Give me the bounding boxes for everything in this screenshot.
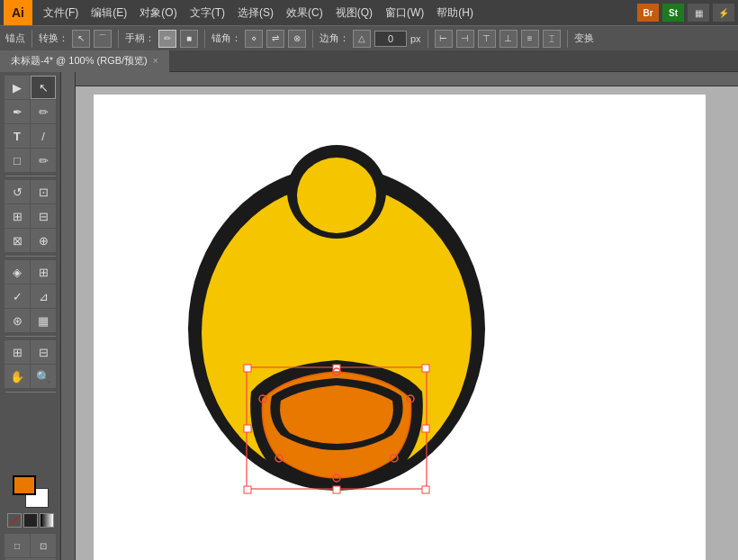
paint-bucket-tool[interactable]: ⊿ bbox=[31, 285, 56, 308]
color-section bbox=[2, 470, 59, 533]
tab-title: 未标题-4* @ 100% (RGB/预览) bbox=[11, 54, 148, 68]
anchor-label: 锚点 bbox=[5, 32, 25, 45]
artboard-tool[interactable]: ⊞ bbox=[4, 340, 30, 364]
slice-tool[interactable]: ⊟ bbox=[31, 340, 56, 364]
line-tool[interactable]: / bbox=[31, 124, 56, 148]
main-area: ▶ ↖ ✒ ✏ T / □ ✏ ↺ ⊡ ⊞ ⊟ ⊠ ⊕ ◈ bbox=[0, 72, 738, 560]
anchor-pt-label: 锚角： bbox=[212, 32, 241, 45]
draw-mode-normal[interactable]: □ bbox=[4, 534, 30, 557]
zoom-tool[interactable]: 🔍 bbox=[31, 365, 56, 388]
tool-row-1: ▶ ↖ bbox=[4, 76, 56, 99]
menu-window[interactable]: 窗口(W) bbox=[380, 4, 429, 23]
menu-effect[interactable]: 效果(C) bbox=[281, 4, 328, 23]
gradient-color-btn[interactable] bbox=[40, 513, 54, 528]
svg-rect-10 bbox=[244, 486, 251, 493]
anchor-pt-btn[interactable]: ⋄ bbox=[245, 30, 263, 48]
tool-sep-3 bbox=[5, 336, 56, 337]
bridge-icon[interactable]: Br bbox=[637, 4, 659, 22]
eyedropper-tool[interactable]: ✓ bbox=[4, 285, 30, 308]
corner-label: 边角： bbox=[320, 32, 349, 45]
menu-file[interactable]: 文件(F) bbox=[38, 4, 84, 23]
svg-rect-9 bbox=[422, 425, 429, 432]
workspace-icon[interactable]: ▦ bbox=[688, 4, 709, 22]
align-bottom-btn[interactable]: ⌶ bbox=[543, 30, 561, 48]
app-logo: Ai bbox=[4, 0, 32, 25]
toolbar-sep-4 bbox=[312, 30, 313, 48]
rotate-tool[interactable]: ↺ bbox=[4, 180, 30, 203]
pen-tool[interactable]: ✒ bbox=[4, 100, 30, 123]
menu-edit[interactable]: 编辑(E) bbox=[86, 4, 132, 23]
gradient-tool[interactable]: ◈ bbox=[4, 260, 30, 284]
tool-row-8: ◈ ⊞ bbox=[4, 260, 56, 284]
tool-row-10: ⊛ ▦ bbox=[4, 309, 56, 332]
tab-bar: 未标题-4* @ 100% (RGB/预览) × bbox=[0, 50, 738, 72]
tool-row-12: ✋ 🔍 bbox=[4, 365, 56, 388]
search-icon[interactable]: ⚡ bbox=[713, 4, 734, 22]
scale-tool[interactable]: ⊟ bbox=[31, 204, 56, 228]
left-toolbar: ▶ ↖ ✒ ✏ T / □ ✏ ↺ ⊡ ⊞ ⊟ ⊠ ⊕ ◈ bbox=[0, 72, 61, 560]
svg-rect-7 bbox=[422, 365, 429, 372]
menu-select[interactable]: 选择(S) bbox=[232, 4, 279, 23]
toolbar-sep-3 bbox=[204, 30, 205, 48]
handle-btn-1[interactable]: ✏ bbox=[158, 30, 176, 48]
reflect-tool[interactable]: ⊡ bbox=[31, 180, 56, 203]
align-right-btn[interactable]: ⊤ bbox=[478, 30, 496, 48]
toolbar-sep-1 bbox=[32, 30, 32, 48]
svg-rect-12 bbox=[422, 486, 429, 493]
duck-illustration bbox=[166, 113, 508, 527]
select-tool[interactable]: ▶ bbox=[4, 76, 30, 99]
tool-row-3: T / bbox=[4, 124, 56, 148]
menu-object[interactable]: 对象(O) bbox=[134, 4, 182, 23]
corner-unit: px bbox=[410, 33, 421, 44]
type-tool[interactable]: T bbox=[4, 124, 30, 148]
align-left-btn[interactable]: ⊢ bbox=[435, 30, 453, 48]
menu-view[interactable]: 视图(Q) bbox=[330, 4, 378, 23]
shape-builder-tool[interactable]: ⊕ bbox=[31, 229, 56, 252]
anchor-convert-btn[interactable]: ⇌ bbox=[266, 30, 284, 48]
tool-row-2: ✒ ✏ bbox=[4, 100, 56, 123]
transform-btn-label: 变换 bbox=[574, 32, 594, 45]
hand-tool[interactable]: ✋ bbox=[4, 365, 30, 388]
mesh-tool[interactable]: ⊞ bbox=[31, 260, 56, 284]
direct-select-tool[interactable]: ↖ bbox=[31, 76, 56, 99]
column-graph-tool[interactable]: ▦ bbox=[31, 309, 56, 332]
warp-tool[interactable]: ⊞ bbox=[4, 204, 30, 228]
symbol-tool[interactable]: ⊛ bbox=[4, 309, 30, 332]
pencil-tool[interactable]: ✏ bbox=[31, 100, 56, 123]
document-tab[interactable]: 未标题-4* @ 100% (RGB/预览) × bbox=[0, 50, 170, 72]
menu-help[interactable]: 帮助(H) bbox=[431, 4, 479, 23]
free-transform-tool[interactable]: ⊠ bbox=[4, 229, 30, 252]
rect-tool[interactable]: □ bbox=[4, 149, 30, 172]
align-top-btn[interactable]: ⊥ bbox=[500, 30, 518, 48]
tool-row-extra: □ ⊡ bbox=[4, 534, 56, 557]
corner-value-input[interactable] bbox=[374, 31, 407, 47]
none-color-btn[interactable] bbox=[7, 513, 22, 528]
align-mid-btn[interactable]: ≡ bbox=[521, 30, 539, 48]
black-color-btn[interactable] bbox=[23, 513, 38, 528]
corner-up-btn[interactable]: △ bbox=[353, 30, 371, 48]
top-right-icons: Br St ▦ ⚡ bbox=[637, 4, 734, 22]
transform-btn-2[interactable]: ⌒ bbox=[94, 30, 112, 48]
tool-sep-1 bbox=[5, 176, 56, 176]
toolbar-sep-5 bbox=[428, 30, 428, 48]
canvas[interactable] bbox=[94, 95, 706, 560]
brush-tool[interactable]: ✏ bbox=[31, 149, 56, 172]
foreground-color-box[interactable] bbox=[13, 475, 36, 495]
tab-close-btn[interactable]: × bbox=[153, 56, 158, 66]
canvas-area[interactable] bbox=[61, 72, 738, 560]
tool-row-5: ↺ ⊡ bbox=[4, 180, 56, 203]
ruler-top bbox=[61, 72, 738, 86]
menu-bar: Ai 文件(F) 编辑(E) 对象(O) 文字(T) 选择(S) 效果(C) 视… bbox=[0, 0, 738, 25]
toolbar-sep-2 bbox=[118, 30, 119, 48]
handle-label: 手柄： bbox=[125, 32, 155, 45]
handle-btn-2[interactable]: ■ bbox=[180, 30, 198, 48]
svg-rect-8 bbox=[244, 425, 251, 432]
stock-icon[interactable]: St bbox=[662, 4, 684, 22]
svg-rect-5 bbox=[244, 365, 251, 372]
transform-btn-1[interactable]: ↖ bbox=[72, 30, 90, 48]
anchor-remove-btn[interactable]: ⊗ bbox=[288, 30, 306, 48]
draw-mode-inside[interactable]: ⊡ bbox=[31, 534, 56, 557]
svg-rect-11 bbox=[333, 486, 340, 493]
align-center-btn[interactable]: ⊣ bbox=[456, 30, 474, 48]
menu-text[interactable]: 文字(T) bbox=[184, 4, 230, 23]
